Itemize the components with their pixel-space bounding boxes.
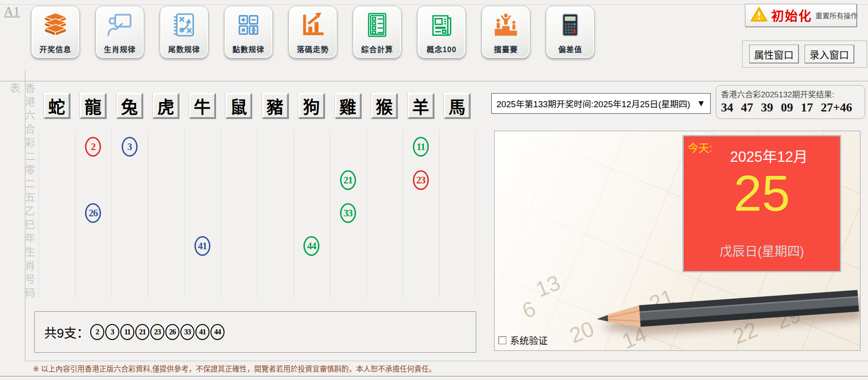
presenter-icon bbox=[96, 6, 144, 43]
toolbar-button-1[interactable]: 开奖信息 bbox=[31, 6, 80, 58]
summary-numbers: 2311212326334144 bbox=[89, 324, 225, 340]
books-icon bbox=[31, 6, 79, 43]
toolbar-button-9[interactable]: 偏差值 bbox=[546, 6, 595, 58]
toolbar-button-label: 尾数规律 bbox=[168, 43, 200, 55]
zodiac-button-3[interactable]: 兔 bbox=[116, 93, 143, 119]
init-button-sublabel: 重置所有操作 bbox=[815, 10, 858, 20]
number-mark-23: 23 bbox=[413, 170, 429, 190]
system-verify-label: 系统验证 bbox=[510, 333, 548, 347]
toolbar-button-label: 點數规律 bbox=[232, 43, 264, 55]
grid-column-line bbox=[148, 130, 148, 298]
today-day: 25 bbox=[684, 164, 840, 222]
number-mark-26: 26 bbox=[85, 203, 101, 223]
zodiac-button-9[interactable]: 雞 bbox=[335, 93, 361, 119]
summary-number-26: 26 bbox=[165, 324, 179, 340]
number-mark-44: 44 bbox=[303, 236, 319, 256]
zodiac-button-6[interactable]: 鼠 bbox=[225, 93, 252, 119]
toolbar-button-6[interactable]: 綜合計算 bbox=[353, 6, 402, 58]
zodiac-button-2[interactable]: 龍 bbox=[80, 93, 106, 119]
summary-number-3: 3 bbox=[105, 324, 119, 340]
summary-number-21: 21 bbox=[135, 324, 149, 340]
zodiac-button-1[interactable]: 蛇 bbox=[44, 93, 70, 119]
number-mark-33: 33 bbox=[340, 203, 356, 223]
init-button[interactable]: 初始化 重置所有操作 bbox=[745, 4, 857, 27]
window-bottom-edge bbox=[0, 376, 868, 377]
period-selector-value: 2025年第133期开奖时间:2025年12月25日(星期四) bbox=[496, 97, 690, 110]
latest-result-numbers: 34 47 39 09 17 27+46 bbox=[721, 101, 860, 115]
zodiac-button-12[interactable]: 馬 bbox=[444, 93, 470, 119]
summary-box: 共9支： 2311212326334144 bbox=[34, 311, 476, 353]
toolbar-button-label: 偏差值 bbox=[558, 43, 582, 55]
latest-result-title: 香港六合彩2025132期开奖结果: bbox=[721, 88, 860, 100]
grid-column-line bbox=[75, 130, 76, 298]
toolbar-button-label: 綜合計算 bbox=[361, 43, 393, 55]
properties-window-button[interactable]: 属性窗口 bbox=[749, 45, 799, 63]
grid-column-line bbox=[475, 130, 476, 298]
grid-column-line bbox=[257, 130, 257, 298]
zodiac-button-11[interactable]: 羊 bbox=[408, 93, 434, 119]
zodiac-row: 蛇龍兔虎牛鼠豬狗雞猴羊馬 bbox=[39, 93, 475, 119]
grid-column-line bbox=[294, 130, 294, 298]
grid-column-line bbox=[184, 130, 185, 298]
today-card: 今天: 2025年12月 25 戊辰日(星期四) bbox=[682, 135, 841, 272]
math-grid-icon bbox=[225, 6, 272, 43]
grid-column-line bbox=[39, 130, 39, 298]
today-month: 2025年12月 bbox=[684, 145, 840, 166]
toolbar-button-4[interactable]: 點數规律 bbox=[224, 6, 273, 58]
chevron-down-icon[interactable]: ▼ bbox=[697, 98, 705, 109]
toolbar-button-label: 落碼走勢 bbox=[297, 43, 329, 55]
vertical-title: 香港六合彩二零二五乙巳年生肖号码表 bbox=[6, 83, 36, 313]
system-verify-row[interactable]: 系统验证 bbox=[498, 333, 548, 347]
toolbar-button-label: 概念100 bbox=[426, 43, 457, 55]
system-verify-checkbox[interactable] bbox=[498, 336, 506, 344]
toolbar-button-label: 生肖规律 bbox=[104, 43, 136, 55]
summary-label: 共9支： bbox=[44, 323, 89, 341]
podium-icon bbox=[482, 6, 530, 43]
toolbar-button-3[interactable]: 尾数规律 bbox=[160, 6, 209, 58]
strategy-notebook-icon bbox=[160, 6, 208, 43]
period-selector-dropdown[interactable]: 2025年第133期开奖时间:2025年12月25日(星期四) ▼ bbox=[491, 93, 711, 114]
disclaimer-text: ※ 以上內容引用香港正版六合彩資料,僅提供參考，不保證其正確性，閱覽者若用於投資… bbox=[33, 363, 436, 373]
number-mark-11: 11 bbox=[413, 137, 429, 157]
bar-chart-icon bbox=[289, 6, 337, 43]
zodiac-button-4[interactable]: 虎 bbox=[153, 93, 179, 119]
summary-number-11: 11 bbox=[120, 324, 134, 340]
zodiac-button-7[interactable]: 豬 bbox=[262, 93, 288, 119]
watermark: A1 bbox=[4, 4, 20, 19]
summary-number-33: 33 bbox=[180, 324, 194, 340]
summary-number-2: 2 bbox=[90, 324, 104, 340]
grid-column-line bbox=[403, 130, 403, 298]
toolbar-divider bbox=[0, 81, 868, 81]
zodiac-button-5[interactable]: 牛 bbox=[189, 93, 216, 119]
warning-icon bbox=[750, 6, 768, 25]
zodiac-number-grid: 2311212326334144 bbox=[39, 130, 475, 298]
top-divider bbox=[0, 4, 868, 5]
grid-column-line bbox=[221, 130, 221, 298]
calendar-panel: 1321202914226 今天: 2025年12月 25 戊辰日(星期四) 系… bbox=[494, 131, 860, 351]
toolbar-button-2[interactable]: 生肖规律 bbox=[95, 6, 144, 58]
checklist-icon bbox=[353, 6, 401, 43]
number-mark-2: 2 bbox=[85, 137, 101, 157]
grid-column-line bbox=[439, 130, 440, 298]
today-day-info: 戊辰日(星期四) bbox=[684, 241, 840, 260]
bottom-divider bbox=[25, 361, 868, 361]
number-mark-3: 3 bbox=[122, 137, 138, 157]
zodiac-button-8[interactable]: 狗 bbox=[298, 93, 325, 119]
toolbar-button-5[interactable]: 落碼走勢 bbox=[288, 6, 337, 58]
app-window: A1 开奖信息生肖规律尾数规律點數规律落碼走勢綜合計算概念100擂臺賽偏差值 初… bbox=[0, 0, 868, 380]
zodiac-button-10[interactable]: 猴 bbox=[371, 93, 397, 119]
grid-column-line bbox=[330, 130, 330, 298]
entry-window-button[interactable]: 录入窗口 bbox=[805, 45, 854, 63]
latest-result-box: 香港六合彩2025132期开奖结果: 34 47 39 09 17 27+46 bbox=[716, 85, 865, 119]
toolbar-button-label: 开奖信息 bbox=[39, 43, 71, 55]
summary-number-41: 41 bbox=[195, 324, 209, 340]
number-mark-21: 21 bbox=[340, 170, 356, 190]
grid-column-line bbox=[366, 130, 367, 298]
toolbar-button-7[interactable]: 概念100 bbox=[417, 6, 466, 58]
calculator-icon bbox=[546, 6, 594, 43]
init-button-label: 初始化 bbox=[771, 6, 812, 24]
window-buttons-group: 属性窗口 录入窗口 bbox=[742, 40, 867, 68]
newspaper-icon bbox=[418, 6, 465, 43]
grid-column-line bbox=[111, 130, 112, 298]
toolbar-button-8[interactable]: 擂臺賽 bbox=[481, 6, 530, 58]
